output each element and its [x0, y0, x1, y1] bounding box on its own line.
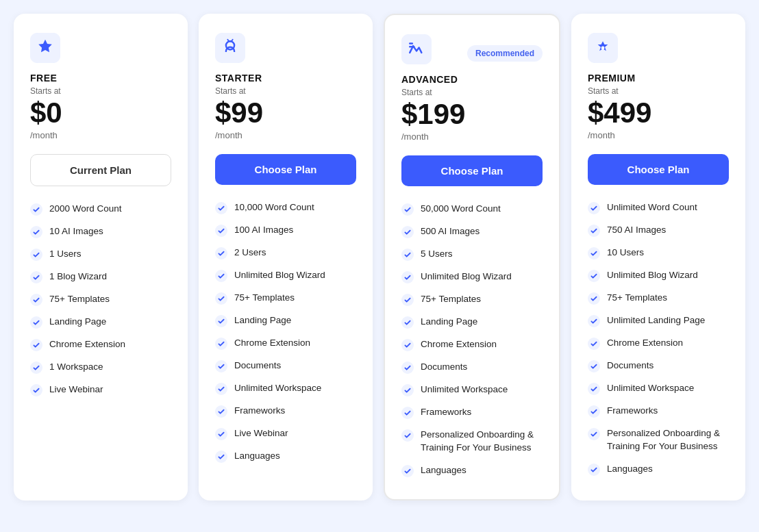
plan-card-starter: STARTER Starts at $99 /month Choose Plan… [199, 14, 373, 501]
svg-point-13 [215, 225, 227, 237]
feature-label: 75+ Templates [607, 292, 667, 305]
svg-point-16 [215, 292, 227, 305]
feature-item: Personalized Onboarding & Training For Y… [401, 429, 543, 455]
feature-label: Chrome Extension [421, 338, 497, 351]
feature-item: 1 Blog Wizard [30, 270, 171, 283]
svg-point-19 [215, 360, 227, 372]
feature-item: 500 AI Images [401, 225, 543, 238]
feature-label: 75+ Templates [49, 293, 110, 306]
svg-point-44 [588, 315, 600, 327]
check-icon [588, 405, 600, 418]
plan-button-premium[interactable]: Choose Plan [588, 154, 729, 185]
feature-label: 1 Blog Wizard [49, 270, 107, 283]
plan-name: ADVANCED [401, 74, 543, 85]
check-icon [401, 407, 414, 419]
feature-label: Landing Page [234, 314, 291, 327]
feature-label: 10 AI Images [49, 225, 103, 238]
feature-item: 10 AI Images [30, 225, 171, 238]
svg-point-45 [588, 338, 600, 350]
check-icon [401, 203, 414, 216]
svg-point-41 [588, 247, 600, 259]
check-icon [401, 384, 414, 396]
feature-label: Landing Page [49, 316, 106, 329]
feature-item: Languages [588, 463, 729, 476]
plan-button-starter[interactable]: Choose Plan [215, 154, 356, 185]
feature-item: 50,000 Word Count [401, 203, 543, 216]
check-icon [215, 338, 227, 350]
check-icon [215, 292, 227, 305]
check-icon [588, 225, 600, 237]
check-icon [30, 249, 42, 261]
svg-point-31 [401, 339, 414, 351]
svg-point-25 [401, 203, 414, 216]
check-icon [588, 428, 600, 440]
check-icon [401, 339, 414, 351]
check-icon [588, 292, 600, 305]
svg-point-1 [30, 203, 42, 216]
check-icon [215, 247, 227, 259]
feature-label: Documents [421, 361, 467, 374]
check-icon [401, 316, 414, 329]
svg-point-47 [588, 383, 600, 395]
feature-item: Documents [588, 359, 729, 372]
feature-label: Languages [607, 463, 653, 476]
feature-item: 75+ Templates [401, 293, 543, 306]
svg-point-21 [215, 405, 227, 418]
feature-label: 10,000 Word Count [234, 201, 314, 214]
feature-item: Languages [401, 464, 543, 477]
svg-point-7 [30, 339, 42, 351]
check-icon [588, 202, 600, 214]
check-icon [30, 294, 42, 306]
feature-item: Unlimited Workspace [215, 382, 356, 395]
svg-point-43 [588, 292, 600, 305]
feature-label: 75+ Templates [421, 293, 481, 306]
feature-item: Frameworks [215, 405, 356, 418]
check-icon [401, 294, 414, 306]
feature-label: Unlimited Workspace [421, 383, 508, 396]
svg-point-27 [401, 249, 414, 261]
svg-point-6 [30, 316, 42, 329]
svg-point-28 [401, 271, 414, 283]
svg-point-14 [215, 247, 227, 259]
feature-label: Frameworks [607, 405, 658, 418]
svg-point-50 [588, 464, 600, 476]
plan-button-free[interactable]: Current Plan [30, 154, 171, 186]
svg-point-48 [588, 405, 600, 418]
feature-label: Documents [234, 359, 281, 372]
svg-point-17 [215, 315, 227, 327]
plan-card-premium: PREMIUM Starts at $499 /month Choose Pla… [571, 14, 745, 501]
plan-icon-starter [215, 33, 245, 63]
plan-price: $0 [30, 97, 171, 129]
check-icon [401, 465, 414, 477]
svg-point-35 [401, 429, 414, 442]
feature-item: Unlimited Blog Wizard [401, 270, 543, 283]
svg-point-12 [215, 202, 227, 214]
plan-name: PREMIUM [588, 73, 729, 84]
feature-label: 1 Users [49, 248, 82, 261]
check-icon [588, 338, 600, 350]
feature-item: Landing Page [215, 314, 356, 327]
svg-point-5 [30, 294, 42, 306]
plans-container: FREE Starts at $0 /month Current Plan 20… [14, 14, 745, 501]
check-icon [30, 362, 42, 374]
feature-item: Chrome Extension [401, 338, 543, 351]
svg-rect-24 [401, 34, 432, 64]
feature-item: Landing Page [401, 316, 543, 329]
feature-item: Chrome Extension [215, 337, 356, 350]
feature-label: Unlimited Blog Wizard [607, 269, 698, 282]
feature-item: Unlimited Blog Wizard [588, 269, 729, 282]
feature-item: Documents [215, 359, 356, 372]
svg-point-29 [401, 294, 414, 306]
check-icon [401, 271, 414, 283]
feature-item: 1 Workspace [30, 361, 171, 374]
plan-button-advanced[interactable]: Choose Plan [401, 155, 543, 186]
feature-item: Documents [401, 361, 543, 374]
feature-item: Frameworks [401, 406, 543, 419]
feature-label: Live Webinar [234, 427, 288, 440]
feature-item: Unlimited Word Count [588, 201, 729, 214]
svg-point-36 [401, 465, 414, 477]
feature-label: Unlimited Word Count [607, 201, 697, 214]
feature-label: 1 Workspace [49, 361, 103, 374]
plan-icon-advanced [401, 34, 432, 64]
feature-label: Personalized Onboarding & Training For Y… [607, 427, 729, 453]
